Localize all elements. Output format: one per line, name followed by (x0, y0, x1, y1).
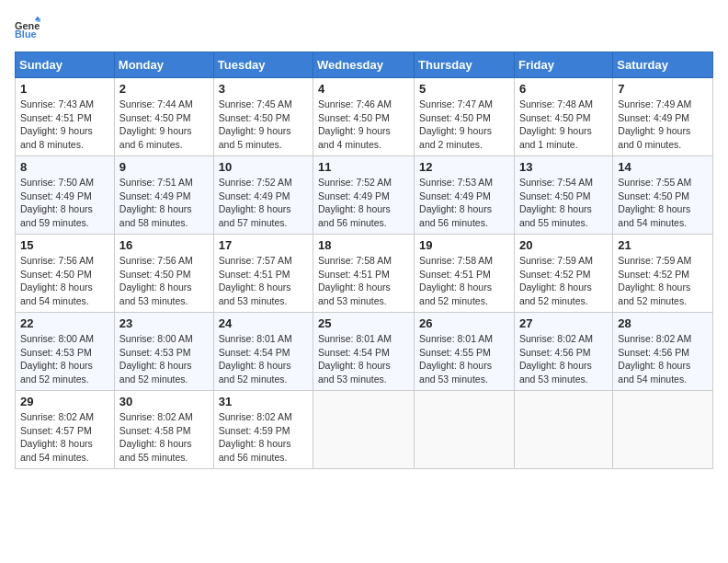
calendar-cell: 14Sunrise: 7:55 AMSunset: 4:50 PMDayligh… (613, 156, 713, 235)
calendar-cell (514, 391, 612, 469)
calendar-cell: 12Sunrise: 7:53 AMSunset: 4:49 PMDayligh… (415, 156, 515, 235)
calendar-cell: 20Sunrise: 7:59 AMSunset: 4:52 PMDayligh… (514, 235, 612, 313)
calendar-week-row: 15Sunrise: 7:56 AMSunset: 4:50 PMDayligh… (16, 235, 713, 313)
day-info: Sunrise: 7:51 AMSunset: 4:49 PMDaylight:… (119, 176, 209, 230)
calendar-cell: 24Sunrise: 8:01 AMSunset: 4:54 PMDayligh… (213, 313, 313, 391)
calendar-cell: 7Sunrise: 7:49 AMSunset: 4:49 PMDaylight… (613, 78, 713, 156)
calendar-cell (613, 391, 713, 469)
calendar-cell: 17Sunrise: 7:57 AMSunset: 4:51 PMDayligh… (213, 235, 313, 313)
calendar-cell: 6Sunrise: 7:48 AMSunset: 4:50 PMDaylight… (514, 78, 612, 156)
weekday-header: Wednesday (313, 52, 415, 78)
day-info: Sunrise: 7:48 AMSunset: 4:50 PMDaylight:… (519, 98, 608, 152)
day-info: Sunrise: 8:02 AMSunset: 4:56 PMDaylight:… (618, 332, 708, 386)
day-info: Sunrise: 7:52 AMSunset: 4:49 PMDaylight:… (219, 176, 308, 230)
calendar-cell: 18Sunrise: 7:58 AMSunset: 4:51 PMDayligh… (313, 235, 415, 313)
day-info: Sunrise: 7:47 AMSunset: 4:50 PMDaylight:… (419, 98, 509, 152)
calendar-cell: 30Sunrise: 8:02 AMSunset: 4:58 PMDayligh… (114, 391, 213, 469)
day-info: Sunrise: 7:53 AMSunset: 4:49 PMDaylight:… (419, 176, 509, 230)
day-info: Sunrise: 7:57 AMSunset: 4:51 PMDaylight:… (219, 254, 308, 308)
day-number: 28 (618, 316, 708, 330)
day-number: 19 (419, 238, 509, 252)
day-number: 8 (20, 160, 109, 174)
day-number: 6 (519, 82, 608, 96)
calendar-cell: 3Sunrise: 7:45 AMSunset: 4:50 PMDaylight… (213, 78, 313, 156)
calendar-cell: 22Sunrise: 8:00 AMSunset: 4:53 PMDayligh… (16, 313, 115, 391)
day-info: Sunrise: 7:43 AMSunset: 4:51 PMDaylight:… (20, 98, 109, 152)
day-number: 9 (119, 160, 209, 174)
day-number: 7 (618, 82, 708, 96)
day-info: Sunrise: 7:55 AMSunset: 4:50 PMDaylight:… (618, 176, 708, 230)
day-number: 26 (419, 316, 509, 330)
calendar-cell: 29Sunrise: 8:02 AMSunset: 4:57 PMDayligh… (16, 391, 115, 469)
calendar-cell: 16Sunrise: 7:56 AMSunset: 4:50 PMDayligh… (114, 235, 213, 313)
calendar-week-row: 8Sunrise: 7:50 AMSunset: 4:49 PMDaylight… (16, 156, 713, 235)
day-number: 4 (318, 82, 409, 96)
day-number: 25 (318, 316, 409, 330)
day-number: 21 (618, 238, 708, 252)
page-header: General Blue (15, 15, 713, 40)
day-info: Sunrise: 7:58 AMSunset: 4:51 PMDaylight:… (419, 254, 509, 308)
day-number: 23 (119, 316, 209, 330)
day-info: Sunrise: 8:02 AMSunset: 4:57 PMDaylight:… (20, 410, 109, 465)
day-number: 17 (219, 238, 308, 252)
day-info: Sunrise: 8:02 AMSunset: 4:58 PMDaylight:… (119, 410, 209, 465)
day-info: Sunrise: 7:59 AMSunset: 4:52 PMDaylight:… (519, 254, 608, 308)
calendar-cell: 25Sunrise: 8:01 AMSunset: 4:54 PMDayligh… (313, 313, 415, 391)
day-info: Sunrise: 7:59 AMSunset: 4:52 PMDaylight:… (618, 254, 708, 308)
weekday-header: Sunday (16, 52, 115, 78)
day-number: 14 (618, 160, 708, 174)
weekday-header: Monday (114, 52, 213, 78)
calendar-cell: 15Sunrise: 7:56 AMSunset: 4:50 PMDayligh… (16, 235, 115, 313)
calendar-cell: 27Sunrise: 8:02 AMSunset: 4:56 PMDayligh… (514, 313, 612, 391)
svg-text:Blue: Blue (15, 29, 37, 40)
day-info: Sunrise: 8:01 AMSunset: 4:55 PMDaylight:… (419, 332, 509, 386)
calendar-cell: 11Sunrise: 7:52 AMSunset: 4:49 PMDayligh… (313, 156, 415, 235)
day-number: 22 (20, 316, 109, 330)
day-info: Sunrise: 7:54 AMSunset: 4:50 PMDaylight:… (519, 176, 608, 230)
calendar-cell (313, 391, 415, 469)
weekday-header: Thursday (415, 52, 515, 78)
day-info: Sunrise: 7:56 AMSunset: 4:50 PMDaylight:… (20, 254, 109, 308)
day-number: 10 (219, 160, 308, 174)
calendar-week-row: 29Sunrise: 8:02 AMSunset: 4:57 PMDayligh… (16, 391, 713, 469)
day-number: 11 (318, 160, 409, 174)
day-info: Sunrise: 7:58 AMSunset: 4:51 PMDaylight:… (318, 254, 409, 308)
day-number: 12 (419, 160, 509, 174)
day-info: Sunrise: 7:52 AMSunset: 4:49 PMDaylight:… (318, 176, 409, 230)
day-info: Sunrise: 7:49 AMSunset: 4:49 PMDaylight:… (618, 98, 708, 152)
day-info: Sunrise: 7:45 AMSunset: 4:50 PMDaylight:… (219, 98, 308, 152)
calendar-cell: 8Sunrise: 7:50 AMSunset: 4:49 PMDaylight… (16, 156, 115, 235)
day-info: Sunrise: 8:01 AMSunset: 4:54 PMDaylight:… (318, 332, 409, 386)
day-number: 2 (119, 82, 209, 96)
calendar-cell: 1Sunrise: 7:43 AMSunset: 4:51 PMDaylight… (16, 78, 115, 156)
calendar-cell: 4Sunrise: 7:46 AMSunset: 4:50 PMDaylight… (313, 78, 415, 156)
day-info: Sunrise: 7:46 AMSunset: 4:50 PMDaylight:… (318, 98, 409, 152)
calendar-cell: 31Sunrise: 8:02 AMSunset: 4:59 PMDayligh… (213, 391, 313, 469)
calendar-cell: 26Sunrise: 8:01 AMSunset: 4:55 PMDayligh… (415, 313, 515, 391)
day-number: 24 (219, 316, 308, 330)
day-number: 13 (519, 160, 608, 174)
day-info: Sunrise: 8:02 AMSunset: 4:59 PMDaylight:… (219, 410, 308, 465)
day-info: Sunrise: 7:56 AMSunset: 4:50 PMDaylight:… (119, 254, 209, 308)
day-number: 15 (20, 238, 109, 252)
calendar-cell: 19Sunrise: 7:58 AMSunset: 4:51 PMDayligh… (415, 235, 515, 313)
calendar-table: SundayMondayTuesdayWednesdayThursdayFrid… (15, 52, 713, 469)
calendar-cell (415, 391, 515, 469)
day-info: Sunrise: 8:01 AMSunset: 4:54 PMDaylight:… (219, 332, 308, 386)
calendar-header-row: SundayMondayTuesdayWednesdayThursdayFrid… (16, 52, 713, 78)
day-info: Sunrise: 7:44 AMSunset: 4:50 PMDaylight:… (119, 98, 209, 152)
weekday-header: Tuesday (213, 52, 313, 78)
day-info: Sunrise: 8:00 AMSunset: 4:53 PMDaylight:… (20, 332, 109, 386)
day-number: 20 (519, 238, 608, 252)
day-number: 1 (20, 82, 109, 96)
day-info: Sunrise: 7:50 AMSunset: 4:49 PMDaylight:… (20, 176, 109, 230)
weekday-header: Saturday (613, 52, 713, 78)
day-info: Sunrise: 8:00 AMSunset: 4:53 PMDaylight:… (119, 332, 209, 386)
day-number: 27 (519, 316, 608, 330)
day-number: 29 (20, 395, 109, 408)
calendar-cell: 9Sunrise: 7:51 AMSunset: 4:49 PMDaylight… (114, 156, 213, 235)
calendar-cell: 23Sunrise: 8:00 AMSunset: 4:53 PMDayligh… (114, 313, 213, 391)
day-number: 31 (219, 395, 308, 408)
calendar-week-row: 22Sunrise: 8:00 AMSunset: 4:53 PMDayligh… (16, 313, 713, 391)
calendar-cell: 13Sunrise: 7:54 AMSunset: 4:50 PMDayligh… (514, 156, 612, 235)
